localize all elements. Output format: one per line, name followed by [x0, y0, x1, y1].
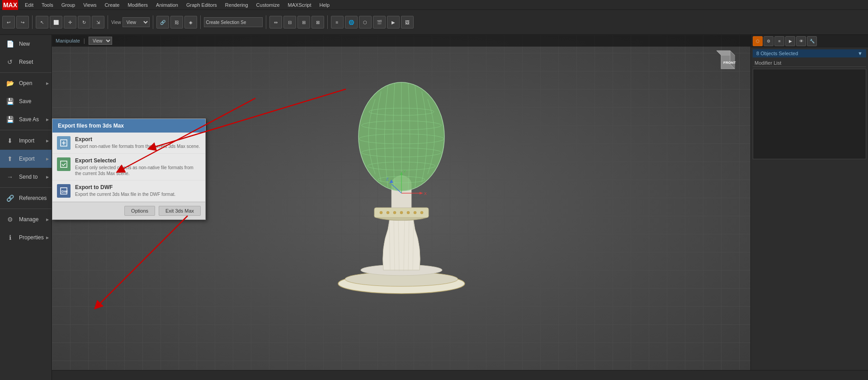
- submenu-item-export[interactable]: Export Export non-native file formats fr…: [52, 133, 205, 154]
- menu-views[interactable]: Views: [80, 1, 100, 9]
- menu-create[interactable]: Create: [101, 1, 123, 9]
- bind-button[interactable]: ◈: [184, 16, 197, 28]
- link-button[interactable]: 🔗: [156, 16, 169, 28]
- menu-rendering[interactable]: Rendering: [222, 1, 252, 9]
- svg-text:FRONT: FRONT: [723, 61, 736, 65]
- view-cube[interactable]: FRONT: [714, 48, 741, 76]
- exit-3ds-max-button[interactable]: Exit 3ds Max: [159, 206, 201, 216]
- separator-3: [153, 15, 153, 29]
- menu-tools[interactable]: Tools: [38, 1, 57, 9]
- reference-coord-select[interactable]: View: [123, 17, 150, 27]
- scale-button[interactable]: ⇲: [92, 16, 104, 28]
- rotate-button[interactable]: ↻: [78, 16, 90, 28]
- top-toolbar: ↩ ↪ ↖ ⬜ ✛ ↻ ⇲ View View 🔗 ⛓ ◈ ⇔ ⊟ ⊞ ⊠ ≡ …: [0, 10, 868, 35]
- selection-set-input[interactable]: [204, 17, 263, 27]
- menu-item-new[interactable]: 📄 New: [0, 35, 52, 53]
- render-frame-button[interactable]: 🖼: [401, 16, 414, 28]
- open-icon: 📂: [5, 78, 15, 89]
- 3d-model: X Y Z: [325, 57, 478, 302]
- menu-item-reset[interactable]: ↺ Reset: [0, 53, 52, 71]
- menu-item-open[interactable]: 📂 Open: [0, 74, 52, 92]
- unlink-button[interactable]: ⛓: [170, 16, 183, 28]
- svg-text:X: X: [424, 191, 427, 196]
- menu-item-properties[interactable]: ℹ Properties: [0, 228, 52, 247]
- material-editor-button[interactable]: ⬡: [359, 16, 372, 28]
- tab-hierarchy[interactable]: ≡: [774, 36, 784, 46]
- menu-item-manage[interactable]: ⚙ Manage: [0, 210, 52, 228]
- submenu-item-export-selected[interactable]: Export Selected Export only selected obj…: [52, 154, 205, 180]
- menu-item-reset-label: Reset: [19, 59, 33, 65]
- menu-divider-3: [0, 187, 52, 188]
- svg-text:DWF: DWF: [61, 190, 68, 194]
- select-button[interactable]: ↖: [36, 16, 48, 28]
- menu-item-export[interactable]: ⬆ Export: [0, 150, 52, 168]
- menu-maxscript[interactable]: MAXScript: [284, 1, 315, 9]
- menu-item-import[interactable]: ⬇ Import: [0, 132, 52, 150]
- mirror-button[interactable]: ⇔: [269, 16, 282, 28]
- right-panel-content: 8 Objects Selected ▼ Modifier List: [751, 48, 868, 380]
- menu-item-properties-label: Properties: [19, 234, 44, 241]
- view-select[interactable]: View: [89, 37, 112, 45]
- svg-point-20: [414, 211, 416, 214]
- menu-help[interactable]: Help: [316, 1, 334, 9]
- tab-create[interactable]: ⬡: [753, 36, 763, 46]
- menu-item-references-label: References: [19, 195, 47, 201]
- separator-6: [327, 15, 328, 29]
- svg-text:Z: Z: [386, 177, 389, 181]
- svg-rect-1: [61, 161, 67, 167]
- main-layout: 📄 New ↺ Reset 📂 Open 💾 Save 💾 Save As ⬇ …: [0, 35, 868, 380]
- manage-icon: ⚙: [5, 214, 15, 225]
- tab-display[interactable]: 👁: [796, 36, 806, 46]
- menu-modifiers[interactable]: Modifiers: [124, 1, 151, 9]
- tab-motion[interactable]: ▶: [785, 36, 795, 46]
- layer-manager-button[interactable]: ≡: [331, 16, 344, 28]
- separator-2: [108, 15, 108, 29]
- align-button[interactable]: ⊟: [283, 16, 296, 28]
- select-region-button[interactable]: ⬜: [50, 16, 62, 28]
- options-button[interactable]: Options: [124, 206, 155, 216]
- menu-item-new-label: New: [19, 41, 30, 47]
- send-to-icon: →: [5, 171, 15, 182]
- save-as-icon: 💾: [5, 114, 15, 125]
- toolbar-left: ↩ ↪ ↖ ⬜ ✛ ↻ ⇲ View View 🔗 ⛓ ◈ ⇔ ⊟ ⊞ ⊠ ≡ …: [2, 15, 414, 29]
- move-button[interactable]: ✛: [64, 16, 76, 28]
- tab-utilities[interactable]: 🔧: [807, 36, 817, 46]
- scene-explorer-button[interactable]: 🌐: [345, 16, 358, 28]
- undo-button[interactable]: ↩: [2, 16, 15, 28]
- right-panel-tabs: ⬡ ⚙ ≡ ▶ 👁 🔧: [751, 35, 868, 48]
- submenu-header: Export files from 3ds Max: [52, 119, 205, 133]
- menu-item-open-label: Open: [19, 80, 32, 86]
- objects-dropdown-arrow[interactable]: ▼: [858, 51, 863, 56]
- menu-edit[interactable]: Edit: [21, 1, 37, 9]
- objects-selected-bar: 8 Objects Selected ▼: [753, 49, 866, 57]
- menu-divider-2: [0, 130, 52, 130]
- new-icon: 📄: [5, 38, 15, 49]
- menu-item-import-label: Import: [19, 138, 34, 144]
- submenu-item-export-dwf[interactable]: DWF Export to DWF Export the current 3ds…: [52, 180, 205, 202]
- export-selected-sub-icon: [57, 157, 71, 171]
- export-sub-desc: Export non-native file formats from the …: [75, 143, 200, 149]
- menu-group[interactable]: Group: [58, 1, 79, 9]
- menu-graph-editors[interactable]: Graph Editors: [183, 1, 221, 9]
- menu-animation[interactable]: Animation: [152, 1, 182, 9]
- svg-point-16: [387, 211, 389, 214]
- menu-item-save-as-label: Save As: [19, 116, 39, 123]
- modifier-list-area[interactable]: [753, 69, 866, 159]
- menu-item-save[interactable]: 💾 Save: [0, 92, 52, 110]
- menu-item-save-as[interactable]: 💾 Save As: [0, 110, 52, 128]
- separator-4: [200, 15, 201, 29]
- menu-item-send-to[interactable]: → Send to: [0, 168, 52, 186]
- render-button[interactable]: ▶: [387, 16, 400, 28]
- render-setup-button[interactable]: 🎬: [373, 16, 386, 28]
- modifier-list-label: Modifier List: [753, 59, 866, 67]
- menu-item-references[interactable]: 🔗 References: [0, 189, 52, 207]
- export-submenu: Export files from 3ds Max Export Export …: [52, 119, 206, 220]
- export-dwf-text-container: Export to DWF Export the current 3ds Max…: [75, 184, 175, 197]
- save-icon: 💾: [5, 96, 15, 107]
- clone-align-button[interactable]: ⊠: [311, 16, 324, 28]
- redo-button[interactable]: ↪: [16, 16, 29, 28]
- spacing-button[interactable]: ⊞: [297, 16, 310, 28]
- viewport-topbar: Manipulate | View: [52, 35, 750, 47]
- tab-modify[interactable]: ⚙: [764, 36, 774, 46]
- menu-customize[interactable]: Customize: [253, 1, 283, 9]
